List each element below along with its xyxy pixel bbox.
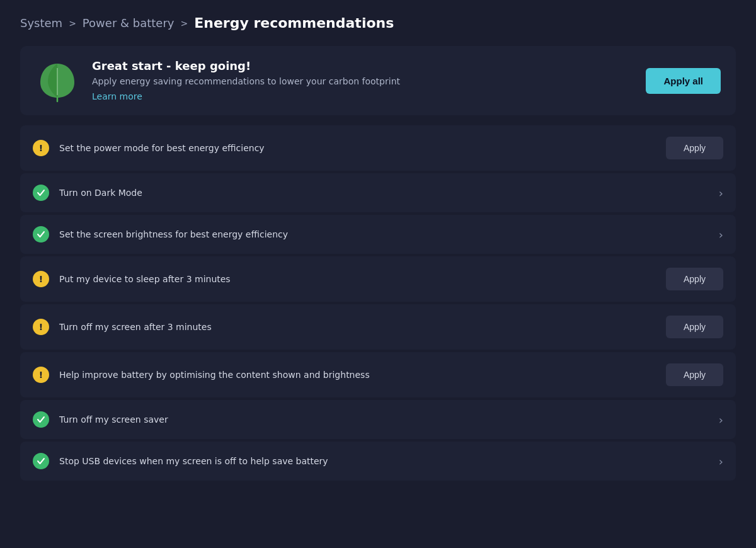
warning-icon: !: [33, 367, 49, 383]
chevron-right-icon-dark-mode: ›: [719, 186, 723, 200]
rec-row-power-mode[interactable]: !Set the power mode for best energy effi…: [20, 125, 736, 171]
breadcrumb-current: Energy recommendations: [194, 15, 394, 31]
header-text: Great start - keep going! Apply energy s…: [92, 59, 633, 102]
check-icon: [33, 226, 49, 243]
apply-button-sleep-timer[interactable]: Apply: [666, 268, 723, 290]
breadcrumb-system[interactable]: System: [20, 16, 62, 30]
learn-more-link[interactable]: Learn more: [92, 91, 142, 101]
breadcrumb-sep-1: >: [69, 18, 76, 28]
warning-icon: !: [33, 140, 49, 156]
rec-row-screen-brightness[interactable]: Set the screen brightness for best energ…: [20, 215, 736, 254]
apply-button-screen-off-timer[interactable]: Apply: [666, 316, 723, 338]
warning-icon: !: [33, 271, 49, 287]
rec-row-screen-saver[interactable]: Turn off my screen saver›: [20, 400, 736, 439]
check-icon: [33, 453, 49, 469]
apply-button-battery-optimize[interactable]: Apply: [666, 363, 723, 386]
rec-row-sleep-timer[interactable]: !Put my device to sleep after 3 minutesA…: [20, 256, 736, 302]
apply-button-power-mode[interactable]: Apply: [666, 137, 723, 159]
rec-label-screen-brightness: Set the screen brightness for best energ…: [59, 229, 704, 239]
warning-icon: !: [33, 319, 49, 335]
chevron-right-icon-screen-saver: ›: [719, 413, 723, 426]
rec-label-screen-off-timer: Turn off my screen after 3 minutes: [59, 322, 656, 332]
header-card: Great start - keep going! Apply energy s…: [20, 46, 736, 115]
rec-row-screen-off-timer[interactable]: !Turn off my screen after 3 minutesApply: [20, 304, 736, 350]
breadcrumb-sep-2: >: [180, 18, 188, 28]
check-icon: [33, 411, 49, 428]
leaf-icon: [35, 59, 79, 103]
apply-all-button[interactable]: Apply all: [646, 68, 721, 94]
rec-label-sleep-timer: Put my device to sleep after 3 minutes: [59, 274, 656, 284]
rec-row-usb-devices[interactable]: Stop USB devices when my screen is off t…: [20, 442, 736, 481]
recommendations-list: !Set the power mode for best energy effi…: [20, 125, 736, 481]
check-icon: [33, 185, 49, 201]
rec-row-dark-mode[interactable]: Turn on Dark Mode›: [20, 173, 736, 212]
header-description: Apply energy saving recommendations to l…: [92, 76, 633, 86]
breadcrumb: System > Power & battery > Energy recomm…: [20, 15, 736, 31]
rec-label-battery-optimize: Help improve battery by optimising the c…: [59, 370, 656, 380]
chevron-right-icon-usb-devices: ›: [719, 455, 723, 468]
rec-label-dark-mode: Turn on Dark Mode: [59, 188, 704, 198]
rec-label-power-mode: Set the power mode for best energy effic…: [59, 143, 656, 153]
rec-label-usb-devices: Stop USB devices when my screen is off t…: [59, 456, 704, 466]
header-title: Great start - keep going!: [92, 59, 633, 72]
rec-label-screen-saver: Turn off my screen saver: [59, 414, 704, 425]
page-wrapper: System > Power & battery > Energy recomm…: [0, 0, 756, 496]
chevron-right-icon-screen-brightness: ›: [719, 228, 723, 241]
breadcrumb-power[interactable]: Power & battery: [83, 16, 175, 30]
rec-row-battery-optimize[interactable]: !Help improve battery by optimising the …: [20, 352, 736, 397]
